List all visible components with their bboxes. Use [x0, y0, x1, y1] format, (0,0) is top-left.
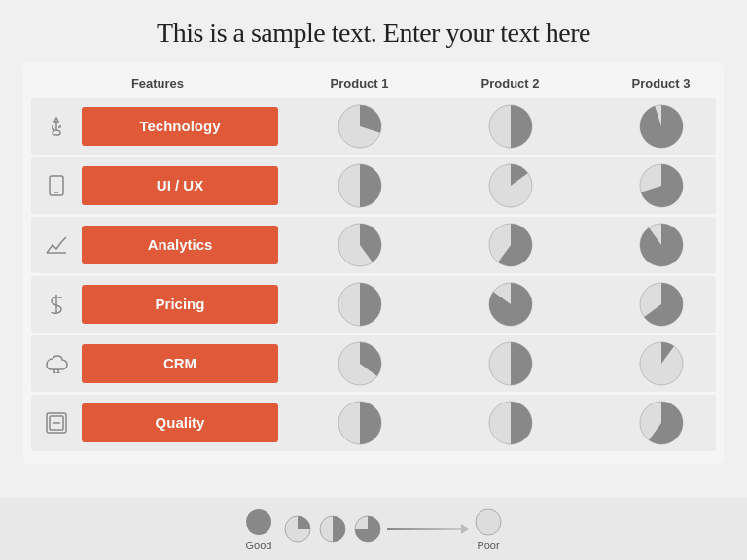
legend-arrow-line: [387, 528, 465, 530]
comparison-table: Features Product 1 Product 2 Product 3 T…: [23, 62, 724, 464]
pie-p3-analytics: [586, 222, 736, 268]
mobile-icon: [31, 175, 82, 196]
legend-poor: Poor: [473, 507, 504, 551]
feature-label-crm: CRM: [82, 344, 278, 383]
row-ui-ux: UI / UX: [31, 158, 716, 214]
pie-p3-pricing: [586, 281, 736, 328]
header-product1: Product 1: [284, 72, 435, 94]
analytics-icon: [31, 235, 82, 255]
feature-label-pricing: Pricing: [82, 285, 278, 324]
legend-full-icon: [243, 507, 274, 538]
row-crm: CRM: [31, 335, 716, 392]
pie-p1-technology: [284, 103, 435, 150]
pie-p2-crm: [435, 340, 586, 387]
pie-p3-crm: [586, 340, 736, 387]
row-left-crm: CRM: [31, 338, 284, 389]
legend-pie3-icon: [352, 513, 383, 544]
header-features: Features: [31, 72, 284, 94]
header-product3: Product 3: [586, 72, 736, 94]
row-left-pricing: Pricing: [31, 279, 284, 330]
pie-p2-analytics: [435, 222, 586, 268]
legend-empty-icon: [473, 507, 504, 538]
cloud-icon: [31, 354, 82, 373]
good-label: Good: [246, 540, 272, 551]
feature-label-quality: Quality: [82, 403, 278, 442]
row-analytics: Analytics: [31, 217, 716, 273]
pie-p1-analytics: [284, 222, 435, 268]
legend-good: Good: [243, 507, 274, 551]
legend-arrow: [282, 513, 465, 544]
pie-p3-quality: [586, 400, 736, 446]
usb-icon: [31, 116, 82, 137]
feature-label-ui-ux: UI / UX: [82, 166, 278, 205]
dollar-icon: [31, 294, 82, 315]
legend-pie2-icon: [317, 513, 348, 544]
row-left-ui-ux: UI / UX: [31, 160, 284, 211]
legend-bar: Good Poor: [0, 498, 747, 560]
feature-label-technology: Technology: [82, 107, 278, 146]
row-quality: Quality: [31, 395, 716, 451]
legend-container: Good Poor: [243, 507, 504, 551]
row-left-technology: Technology: [31, 101, 284, 152]
pie-p3-ui-ux: [586, 162, 736, 209]
row-left-analytics: Analytics: [31, 220, 284, 270]
poor-label: Poor: [477, 540, 499, 551]
table-header: Features Product 1 Product 2 Product 3: [23, 72, 724, 94]
row-technology: Technology: [31, 98, 716, 155]
legend-pie1-icon: [282, 513, 313, 544]
pie-p2-ui-ux: [435, 162, 586, 209]
page-title: This is a sample text. Enter your text h…: [157, 18, 590, 49]
row-pricing: Pricing: [31, 276, 716, 332]
pie-p2-pricing: [435, 281, 586, 328]
pie-p2-quality: [435, 400, 586, 446]
pie-p1-pricing: [284, 281, 435, 328]
feature-label-analytics: Analytics: [82, 226, 278, 264]
pie-p1-quality: [284, 400, 435, 446]
svg-point-27: [246, 509, 271, 535]
svg-point-31: [476, 509, 501, 535]
pie-p3-technology: [586, 103, 736, 150]
pie-p1-crm: [284, 340, 435, 387]
pie-p1-ui-ux: [284, 162, 435, 209]
pie-p2-technology: [435, 103, 586, 150]
header-product2: Product 2: [435, 72, 586, 94]
row-left-quality: Quality: [31, 398, 284, 448]
quality-icon: [31, 412, 82, 434]
